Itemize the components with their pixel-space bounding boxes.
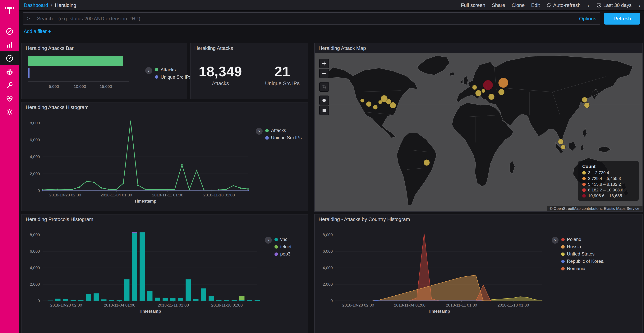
legend-color-dot-icon [274, 238, 278, 241]
world-map[interactable]: Count 3 – 2,729.42,729.4 – 5,455.85,455.… [315, 53, 642, 211]
sidebar-item-monitoring[interactable] [0, 92, 19, 105]
map-legend-dot-icon [582, 182, 586, 186]
map-marker[interactable] [424, 159, 430, 166]
map-marker[interactable] [482, 89, 485, 93]
fit-data-bounds-button[interactable] [319, 82, 329, 92]
sidebar-item-attack-analysis[interactable] [0, 65, 19, 78]
map-marker[interactable] [558, 139, 564, 144]
breadcrumb-dashboard-link[interactable]: Dashboard [24, 2, 48, 8]
map-marker[interactable] [360, 99, 364, 102]
attacks-bar-chart[interactable]: 5,00010,00015,000 [25, 53, 140, 93]
legend-item[interactable]: Russia [561, 244, 604, 249]
metric-group: 18,349 Attacks 21 Unique Src IPs [194, 53, 305, 96]
draw-rectangle-button[interactable] [319, 106, 329, 115]
clone-button[interactable]: Clone [512, 2, 524, 8]
legend-toggle-chevron-icon[interactable] [552, 237, 558, 244]
legend-color-dot-icon [155, 68, 158, 71]
time-range-forward-icon[interactable]: › [638, 2, 641, 8]
search-input-container: >_ Options [23, 12, 600, 25]
legend-item[interactable]: Republic of Korea [561, 259, 604, 264]
map-marker[interactable] [366, 101, 372, 107]
panel-heralding-attack-map: Heralding Attack Map [314, 43, 643, 212]
legend-item[interactable]: Unique Src IPs [265, 135, 302, 140]
time-range-back-icon[interactable]: ‹ [587, 2, 590, 8]
map-marker[interactable] [498, 78, 508, 88]
map-marker[interactable] [561, 145, 566, 149]
query-bar: >_ Options Refresh [19, 11, 644, 26]
panel-title: Heralding Attacks Bar [22, 43, 187, 53]
legend-item[interactable]: Poland [561, 237, 604, 242]
map-marker[interactable] [584, 102, 590, 108]
legend-item[interactable]: pop3 [274, 251, 292, 257]
legend-item[interactable]: telnet [274, 244, 292, 249]
share-button[interactable]: Share [492, 2, 505, 8]
options-link[interactable]: Options [579, 16, 596, 21]
svg-text:2018-10-28 02:00: 2018-10-28 02:00 [49, 193, 81, 197]
search-input[interactable] [36, 15, 576, 22]
attacks-line-chart[interactable]: 02,0004,0006,0008,0002018-10-28 02:00201… [25, 112, 254, 210]
map-legend-dot-icon [582, 177, 586, 180]
metric-attacks: 18,349 Attacks [199, 64, 242, 86]
plus-icon [322, 61, 326, 66]
crop-icon [322, 84, 326, 89]
protocols-bar-chart[interactable]: 02,0004,0006,0008,0002018-10-28 02:00201… [25, 224, 262, 332]
polygon-icon [322, 98, 326, 103]
map-marker[interactable] [483, 80, 493, 90]
legend-label: vnc [280, 237, 287, 242]
legend-label: Russia [567, 244, 581, 249]
panel-title: Heralding Protocols Histogram [22, 214, 308, 224]
map-attribution[interactable]: © OpenStreetMap contributors, Elastic Ma… [547, 206, 642, 211]
svg-text:2018-10-28 02:00: 2018-10-28 02:00 [50, 303, 82, 307]
map-marker[interactable] [390, 102, 396, 108]
svg-text:2018-11-11 01:00: 2018-11-11 01:00 [158, 303, 189, 307]
legend-label: Unique Src IPs [160, 74, 191, 80]
map-marker[interactable] [472, 85, 477, 90]
country-area-chart[interactable]: 02,0004,0006,0008,0002018-10-28 02:00201… [318, 224, 548, 332]
auto-refresh-button[interactable]: Auto-refresh [546, 2, 580, 8]
full-screen-button[interactable]: Full screen [461, 2, 485, 8]
legend-item[interactable]: Attacks [265, 128, 302, 133]
map-legend-label: 10,908.6 – 13,635 [588, 193, 622, 198]
map-marker[interactable] [582, 97, 587, 102]
svg-text:6,000: 6,000 [322, 249, 333, 253]
legend-item[interactable]: Unique Src IPs [155, 74, 191, 80]
svg-text:0: 0 [330, 298, 333, 303]
legend: AttacksUnique Src IPs [155, 67, 191, 80]
breadcrumb-separator: / [51, 2, 52, 8]
refresh-button[interactable]: Refresh [604, 13, 640, 24]
time-picker-button[interactable]: Last 30 days [596, 2, 632, 8]
legend-label: pop3 [280, 251, 290, 257]
legend-toggle-chevron-icon[interactable] [256, 128, 262, 135]
legend-item[interactable]: vnc [274, 237, 292, 242]
edit-button[interactable]: Edit [531, 2, 540, 8]
svg-text:8,000: 8,000 [30, 232, 40, 237]
zoom-out-button[interactable] [319, 69, 329, 78]
legend-toggle-chevron-icon[interactable] [145, 67, 152, 74]
sidebar-item-dashboard[interactable] [0, 51, 19, 65]
draw-polygon-button[interactable] [319, 96, 329, 105]
telekom-logo[interactable] [0, 0, 19, 21]
top-navigation-bar: Dashboard / Heralding Full screen Share … [19, 0, 644, 11]
svg-text:4,000: 4,000 [30, 154, 40, 159]
sidebar-item-management[interactable] [0, 105, 19, 119]
map-marker[interactable] [498, 89, 504, 95]
sidebar-item-visualize[interactable] [0, 38, 19, 51]
map-marker[interactable] [373, 105, 378, 110]
svg-text:8,000: 8,000 [30, 121, 40, 125]
svg-text:5,000: 5,000 [49, 84, 59, 89]
map-legend-label: 8,182.2 – 10,908.6 [588, 188, 623, 192]
panel-title: Heralding Attacks [190, 43, 308, 53]
telekom-t-icon [4, 5, 15, 16]
sidebar-item-dev-tools[interactable] [0, 78, 19, 92]
map-marker[interactable] [475, 90, 482, 96]
add-filter-plus-icon[interactable]: + [48, 29, 51, 34]
sidebar-item-discover[interactable] [0, 25, 19, 38]
add-filter-link[interactable]: Add a filter [24, 29, 47, 34]
legend-item[interactable]: United States [561, 251, 604, 257]
legend-item[interactable]: Romania [561, 266, 604, 271]
legend-toggle-chevron-icon[interactable] [265, 237, 272, 244]
zoom-in-button[interactable] [319, 59, 329, 68]
map-marker[interactable] [488, 94, 494, 100]
map-legend-row: 10,908.6 – 13,635 [582, 193, 634, 198]
legend-item[interactable]: Attacks [155, 67, 191, 72]
